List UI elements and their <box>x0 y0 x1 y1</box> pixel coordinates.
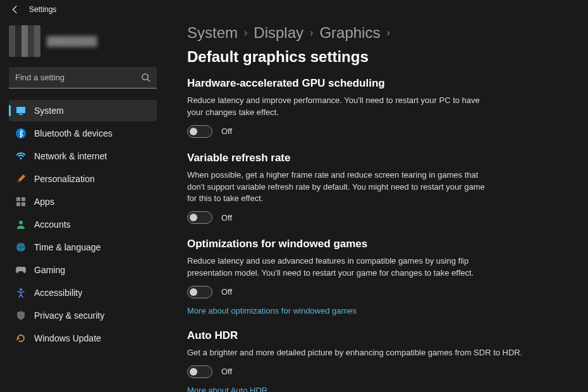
svg-point-5 <box>20 157 22 159</box>
breadcrumb-system[interactable]: System <box>187 24 238 42</box>
sidebar-item-system[interactable]: System <box>9 100 157 121</box>
breadcrumb-display[interactable]: Display <box>254 24 303 42</box>
sidebar-item-label: Privacy & security <box>34 310 104 321</box>
wifi-icon <box>15 150 27 162</box>
sidebar-item-label: Gaming <box>34 265 65 275</box>
svg-rect-3 <box>19 114 23 115</box>
svg-rect-6 <box>16 197 20 201</box>
section-windowed-optimizations: Optimizations for windowed games Reduce … <box>187 238 573 315</box>
main-content: System › Display › Graphics › Default gr… <box>163 19 588 392</box>
sidebar-item-windows-update[interactable]: Windows Update <box>9 328 157 349</box>
sidebar-item-label: Time & language <box>34 242 101 252</box>
section-description: Reduce latency and improve performance. … <box>187 95 491 119</box>
sidebar-item-accounts[interactable]: Accounts <box>9 214 157 235</box>
chevron-right-icon: › <box>244 27 247 39</box>
breadcrumb-current: Default graphics settings <box>187 48 369 66</box>
sidebar-item-accessibility[interactable]: Accessibility <box>9 282 157 303</box>
toggle-state-label: Off <box>221 367 232 376</box>
sidebar: ████████ System Bluetooth & devices Netw… <box>0 19 163 392</box>
sidebar-item-personalization[interactable]: Personalization <box>9 168 157 190</box>
person-icon <box>15 219 27 230</box>
section-description: Get a brighter and more detailed picture… <box>187 347 541 359</box>
toggle-state-label: Off <box>221 213 232 223</box>
section-title: Optimizations for windowed games <box>187 238 573 250</box>
accessibility-icon <box>15 287 27 298</box>
svg-line-1 <box>147 79 150 82</box>
auto-hdr-toggle[interactable] <box>187 365 212 378</box>
toggle-state-label: Off <box>221 287 232 297</box>
search-box[interactable] <box>9 67 157 89</box>
svg-rect-7 <box>21 197 25 201</box>
avatar <box>9 25 40 57</box>
svg-point-10 <box>19 221 23 224</box>
sidebar-item-apps[interactable]: Apps <box>9 191 157 212</box>
windowed-optimizations-link[interactable]: More about optimizations for windowed ga… <box>187 306 357 315</box>
sidebar-item-label: Accounts <box>34 219 71 230</box>
sidebar-item-label: Accessibility <box>34 288 82 298</box>
sidebar-item-network[interactable]: Network & internet <box>9 145 157 167</box>
globe-icon <box>15 242 27 253</box>
svg-rect-9 <box>21 202 25 206</box>
titlebar: Settings <box>0 0 588 19</box>
sidebar-item-label: Network & internet <box>34 151 107 161</box>
display-icon <box>15 105 27 116</box>
section-gpu-scheduling: Hardware-accelerated GPU scheduling Redu… <box>187 77 573 138</box>
sidebar-item-privacy[interactable]: Privacy & security <box>9 305 157 326</box>
svg-point-0 <box>142 74 148 80</box>
section-description: Reduce latency and use advanced features… <box>187 255 491 279</box>
apps-icon <box>15 196 27 207</box>
section-title: Hardware-accelerated GPU scheduling <box>187 77 573 90</box>
search-icon <box>141 73 150 82</box>
sidebar-item-label: Windows Update <box>34 333 101 343</box>
sidebar-item-label: Bluetooth & devices <box>34 128 113 138</box>
sidebar-item-label: Personalization <box>34 174 95 184</box>
section-title: Auto HDR <box>187 329 573 342</box>
bluetooth-icon <box>15 128 27 139</box>
sidebar-item-label: Apps <box>34 197 54 207</box>
search-input[interactable] <box>15 73 141 82</box>
back-button[interactable] <box>10 4 20 15</box>
section-variable-refresh: Variable refresh rate When possible, get… <box>187 152 573 224</box>
section-description: When possible, get a higher frame rate a… <box>187 169 491 205</box>
update-icon <box>15 333 27 344</box>
chevron-right-icon: › <box>386 27 389 39</box>
section-auto-hdr: Auto HDR Get a brighter and more detaile… <box>187 329 573 392</box>
breadcrumb-graphics[interactable]: Graphics <box>319 24 380 42</box>
window-title: Settings <box>29 5 56 14</box>
profile-block[interactable]: ████████ <box>9 25 157 57</box>
windowed-optimizations-toggle[interactable] <box>187 286 212 298</box>
section-title: Variable refresh rate <box>187 152 573 164</box>
sidebar-item-gaming[interactable]: Gaming <box>9 259 157 281</box>
sidebar-item-time-language[interactable]: Time & language <box>9 236 157 258</box>
nav: System Bluetooth & devices Network & int… <box>9 100 157 349</box>
sidebar-item-bluetooth[interactable]: Bluetooth & devices <box>9 123 157 144</box>
sidebar-item-label: System <box>34 106 64 116</box>
chevron-right-icon: › <box>310 27 313 39</box>
svg-point-12 <box>20 288 22 291</box>
gamepad-icon <box>15 264 27 276</box>
variable-refresh-toggle[interactable] <box>187 211 212 224</box>
profile-name: ████████ <box>47 36 97 46</box>
gpu-scheduling-toggle[interactable] <box>187 125 212 138</box>
breadcrumb: System › Display › Graphics › Default gr… <box>187 24 573 66</box>
shield-icon <box>15 310 27 321</box>
svg-rect-8 <box>16 202 20 206</box>
auto-hdr-link[interactable]: More about Auto HDR <box>187 386 267 392</box>
arrow-left-icon <box>11 5 20 14</box>
paintbrush-icon <box>15 173 27 185</box>
toggle-state-label: Off <box>221 126 232 136</box>
svg-rect-2 <box>16 107 25 113</box>
